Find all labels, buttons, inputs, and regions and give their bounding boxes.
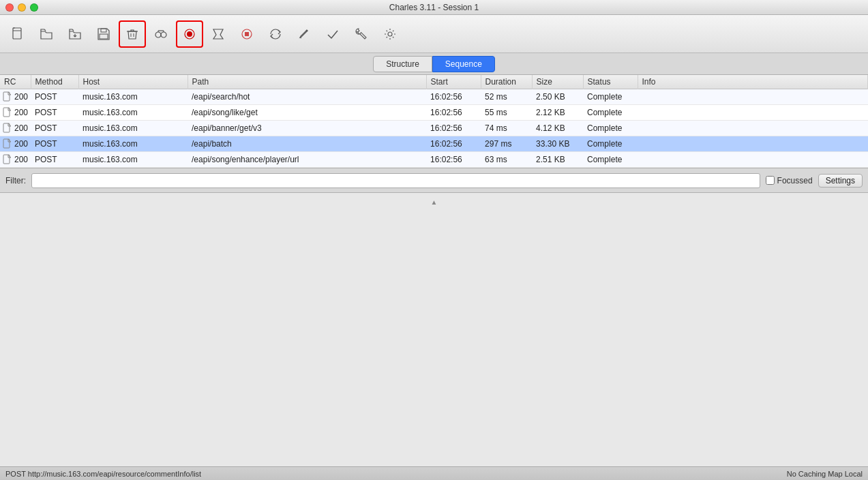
cell-size: 4.12 KB	[532, 121, 583, 136]
cell-host: music.163.com	[78, 89, 188, 105]
cell-path: /eapi/batch	[188, 136, 426, 152]
svg-marker-16	[213, 29, 223, 39]
cell-host: music.163.com	[78, 121, 188, 136]
save-button[interactable]	[90, 20, 117, 48]
cell-size: 2.12 KB	[532, 105, 583, 121]
focussed-checkbox[interactable]	[766, 176, 775, 185]
trash-icon	[125, 27, 140, 42]
col-header-method: Method	[31, 75, 78, 89]
cell-start: 16:02:56	[426, 136, 481, 152]
cell-rc: 200	[0, 121, 31, 136]
record-button[interactable]	[176, 20, 203, 48]
check-button[interactable]	[319, 20, 346, 48]
table-row[interactable]: 200POSTmusic.163.com/eapi/search/hot16:0…	[0, 89, 868, 105]
cell-path: /eapi/banner/get/v3	[188, 121, 426, 136]
tab-sequence[interactable]: Sequence	[432, 56, 495, 72]
status-bar: POST http://music.163.com/eapi/resource/…	[0, 466, 868, 480]
refresh-icon	[268, 27, 283, 42]
filter-bar: Filter: Focussed Settings	[0, 168, 868, 193]
filter-input[interactable]	[31, 173, 760, 188]
filter-settings-button[interactable]: Settings	[818, 174, 863, 188]
cell-rc: 200	[0, 136, 31, 151]
cell-size: 2.51 KB	[532, 152, 583, 168]
cell-start: 16:02:56	[426, 152, 481, 168]
close-button[interactable]	[5, 3, 14, 12]
open-button[interactable]	[33, 20, 60, 48]
filter-label: Filter:	[5, 176, 26, 185]
cell-start: 16:02:56	[426, 89, 481, 105]
stop-icon	[239, 27, 254, 42]
focussed-label-text: Focussed	[777, 176, 813, 185]
cell-method: POST	[31, 105, 78, 121]
svg-point-8	[155, 32, 161, 38]
requests-table-container: RC Method Host Path Start Duration Size …	[0, 75, 868, 168]
expand-arrow: ▲	[431, 198, 438, 206]
refresh-button[interactable]	[262, 20, 289, 48]
cell-size: 33.30 KB	[532, 136, 583, 152]
col-header-info: Info	[638, 75, 867, 89]
svg-rect-23	[3, 108, 10, 117]
document-icon	[3, 154, 12, 165]
cell-host: music.163.com	[78, 152, 188, 168]
cell-method: POST	[31, 152, 78, 168]
content-area: ▲	[0, 193, 868, 466]
gear-button[interactable]	[376, 20, 404, 48]
table-row[interactable]: 200POSTmusic.163.com/eapi/batch16:02:562…	[0, 136, 868, 152]
cell-status: Complete	[583, 121, 638, 136]
new-session-button[interactable]	[4, 20, 31, 48]
title-bar: Charles 3.11 - Session 1	[0, 0, 868, 15]
svg-line-19	[300, 38, 301, 38]
svg-rect-21	[3, 92, 10, 101]
edit-icon	[297, 27, 312, 42]
minimize-button[interactable]	[18, 3, 26, 12]
requests-table: RC Method Host Path Start Duration Size …	[0, 75, 868, 168]
import-icon	[68, 27, 83, 42]
svg-rect-27	[3, 139, 10, 148]
col-header-start: Start	[426, 75, 481, 89]
svg-rect-4	[100, 34, 108, 39]
clear-button[interactable]	[119, 20, 146, 48]
svg-rect-0	[13, 28, 21, 39]
col-header-duration: Duration	[481, 75, 532, 89]
tools-button[interactable]	[348, 20, 375, 48]
table-header-row: RC Method Host Path Start Duration Size …	[0, 75, 868, 89]
throttle-button[interactable]	[205, 20, 232, 48]
svg-rect-29	[3, 155, 10, 164]
cell-start: 16:02:56	[426, 121, 481, 136]
toolbar	[0, 15, 868, 53]
binoculars-icon	[153, 27, 168, 42]
cell-duration: 297 ms	[481, 136, 532, 152]
table-row[interactable]: 200POSTmusic.163.com/eapi/song/enhance/p…	[0, 152, 868, 168]
cell-info	[638, 152, 867, 168]
cell-path: /eapi/song/enhance/player/url	[188, 152, 426, 168]
svg-rect-3	[101, 29, 106, 32]
col-header-status: Status	[583, 75, 638, 89]
cell-info	[638, 89, 867, 105]
save-icon	[96, 27, 111, 42]
cell-rc: 200	[0, 152, 31, 167]
cell-method: POST	[31, 121, 78, 136]
document-icon	[3, 91, 12, 102]
cell-rc: 200	[0, 89, 31, 104]
col-header-host: Host	[78, 75, 188, 89]
find-button[interactable]	[147, 20, 175, 48]
focussed-label: Focussed	[766, 176, 813, 185]
svg-point-20	[388, 32, 392, 36]
maximize-button[interactable]	[30, 3, 38, 12]
cell-duration: 74 ms	[481, 121, 532, 136]
status-right: No Caching Map Local	[787, 470, 863, 478]
tab-structure[interactable]: Structure	[373, 56, 432, 72]
record-icon	[182, 27, 197, 42]
open-icon	[39, 27, 54, 42]
cell-path: /eapi/song/like/get	[188, 105, 426, 121]
table-row[interactable]: 200POSTmusic.163.com/eapi/song/like/get1…	[0, 105, 868, 121]
edit-button[interactable]	[290, 20, 318, 48]
cell-host: music.163.com	[78, 105, 188, 121]
import-button[interactable]	[61, 20, 89, 48]
cell-method: POST	[31, 89, 78, 105]
stop-button[interactable]	[233, 20, 260, 48]
throttle-icon	[211, 27, 226, 42]
table-row[interactable]: 200POSTmusic.163.com/eapi/banner/get/v31…	[0, 121, 868, 136]
col-header-rc: RC	[0, 75, 31, 89]
svg-rect-18	[245, 32, 249, 36]
